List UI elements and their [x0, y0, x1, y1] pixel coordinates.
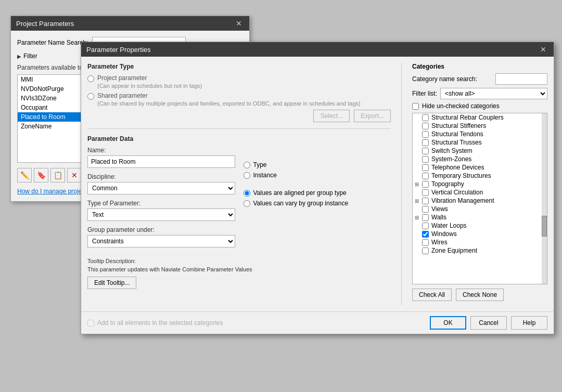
cat-item[interactable]: ⊞ Topography — [413, 180, 547, 188]
values-aligned-option[interactable]: Values are aligned per group type — [244, 189, 391, 197]
edit-icon-btn[interactable]: ✏️ — [17, 168, 32, 182]
cat-label: Zone Equipment — [431, 247, 477, 254]
cat-item[interactable]: Vertical Circulation — [413, 188, 547, 197]
name-label: Name: — [87, 147, 235, 154]
cat-checkbox[interactable] — [422, 239, 429, 246]
cat-checkbox[interactable] — [422, 114, 429, 121]
add-to-all-label: Add to all elements in the selected cate… — [97, 319, 223, 326]
values-vary-radio[interactable] — [244, 200, 250, 207]
group-param-label: Group parameter under: — [87, 226, 235, 233]
shared-param-radio[interactable] — [87, 93, 94, 100]
cat-item[interactable]: Water Loops — [413, 221, 547, 230]
values-vary-label: Values can vary by group instance — [253, 200, 349, 207]
project-params-close[interactable]: ✕ — [234, 19, 244, 28]
cat-checkbox[interactable] — [422, 214, 429, 221]
cat-item-windows[interactable]: Windows — [413, 230, 547, 238]
project-params-title: Project Parameters — [16, 20, 74, 28]
cat-search-input[interactable] — [495, 73, 547, 85]
type-radio[interactable] — [244, 162, 250, 168]
add-to-all-checkbox — [87, 320, 94, 326]
name-input[interactable] — [87, 155, 235, 168]
expand-icon — [415, 140, 422, 146]
cat-checkbox[interactable] — [422, 198, 429, 204]
shared-param-option[interactable]: Shared parameter (Can be shared by multi… — [87, 92, 391, 107]
type-radio-option[interactable]: Type — [244, 161, 391, 168]
export-button: Export... — [354, 110, 391, 122]
ok-cancel-row: OK Cancel Help — [430, 316, 547, 330]
cat-item[interactable]: Views — [413, 205, 547, 213]
manage-proj-link[interactable]: How do I manage proje — [17, 188, 82, 195]
cat-item[interactable]: ⊞ Walls — [413, 213, 547, 221]
cat-item[interactable]: Structural Tendons — [413, 130, 547, 138]
project-params-titlebar: Project Parameters ✕ — [11, 16, 249, 31]
cat-item[interactable]: Structural Trusses — [413, 138, 547, 147]
help-button[interactable]: Help — [511, 316, 547, 330]
hide-unchecked-checkbox[interactable] — [412, 103, 419, 110]
scrollbar-thumb[interactable] — [542, 216, 547, 237]
cat-item[interactable]: Structural Stiffeners — [413, 122, 547, 130]
add-icon-btn[interactable]: 🔖 — [34, 168, 48, 182]
group-param-select[interactable]: Constraints — [87, 235, 235, 247]
cat-item[interactable]: Zone Equipment — [413, 246, 547, 255]
cat-checkbox[interactable] — [422, 123, 429, 129]
param-search-label: Parameter Name Search: — [17, 39, 88, 46]
cat-checkbox[interactable] — [422, 189, 429, 196]
param-props-title: Parameter Properties — [86, 46, 151, 54]
cat-label: Structural Rebar Couplers — [431, 114, 504, 121]
param-props-dialog: Parameter Properties ✕ Parameter Type Pr… — [81, 42, 554, 334]
expand-icon — [415, 223, 422, 229]
cat-label: Walls — [431, 214, 446, 221]
cat-checkbox[interactable] — [422, 247, 429, 254]
filter-label: Filter — [23, 53, 37, 60]
cat-item[interactable]: Structural Rebar Couplers — [413, 113, 547, 122]
bottom-row: Add to all elements in the selected cate… — [81, 311, 554, 334]
ok-button[interactable]: OK — [430, 316, 466, 330]
cat-label: Structural Tendons — [431, 130, 483, 138]
cat-item[interactable]: Temporary Structures — [413, 172, 547, 180]
cat-checkbox[interactable] — [422, 173, 429, 179]
cat-label: Topography — [431, 180, 464, 188]
values-aligned-radio[interactable] — [244, 190, 250, 197]
cat-item[interactable]: System-Zones — [413, 155, 547, 163]
instance-radio-label: Instance — [253, 172, 277, 179]
type-of-param-select[interactable]: Text — [87, 208, 235, 221]
check-none-btn[interactable]: Check None — [456, 289, 504, 301]
cat-item[interactable]: Telephone Devices — [413, 163, 547, 172]
cat-checkbox[interactable] — [422, 181, 429, 188]
copy-icon-btn[interactable]: 📋 — [50, 168, 65, 182]
expand-icon — [415, 190, 422, 195]
cat-checkbox[interactable] — [422, 206, 429, 213]
expand-icon: ⊞ — [415, 181, 422, 187]
expand-icon: ⊞ — [415, 198, 422, 204]
edit-tooltip-btn[interactable]: Edit Tooltip... — [87, 277, 136, 289]
delete-icon-btn[interactable]: ✕ — [67, 168, 82, 182]
cat-checkbox[interactable] — [422, 164, 429, 171]
categories-listbox[interactable]: Structural Rebar Couplers Structural Sti… — [412, 113, 547, 284]
expand-icon — [415, 156, 422, 162]
cat-checkbox[interactable] — [422, 139, 429, 146]
hide-unchecked-label: Hide un-checked categories — [422, 102, 500, 110]
cat-item[interactable]: Wires — [413, 238, 547, 246]
check-all-btn[interactable]: Check All — [412, 289, 452, 301]
cat-item[interactable]: Switch System — [413, 147, 547, 155]
cat-checkbox[interactable] — [422, 131, 429, 138]
instance-radio[interactable] — [244, 172, 250, 179]
cat-checkbox-windows[interactable] — [422, 231, 429, 238]
expand-icon — [415, 231, 422, 237]
project-param-option[interactable]: Project parameter (Can appear in schedul… — [87, 74, 391, 89]
cat-checkbox[interactable] — [422, 148, 429, 154]
discipline-select[interactable]: Common — [87, 182, 235, 194]
cat-checkbox[interactable] — [422, 223, 429, 229]
cat-item[interactable]: ⊞ Vibration Management — [413, 197, 547, 205]
cat-checkbox[interactable] — [422, 156, 429, 163]
instance-radio-option[interactable]: Instance — [244, 172, 391, 179]
values-vary-option[interactable]: Values can vary by group instance — [244, 200, 391, 207]
filter-list-select[interactable]: <show all> — [440, 88, 547, 99]
cat-label: Switch System — [431, 147, 472, 154]
project-param-radio[interactable] — [87, 75, 94, 82]
left-panel: Parameter Type Project parameter (Can ap… — [87, 63, 402, 305]
cancel-button[interactable]: Cancel — [470, 316, 507, 330]
cat-label: System-Zones — [431, 155, 471, 163]
cat-label: Wires — [431, 239, 448, 246]
param-props-close[interactable]: ✕ — [538, 45, 548, 54]
